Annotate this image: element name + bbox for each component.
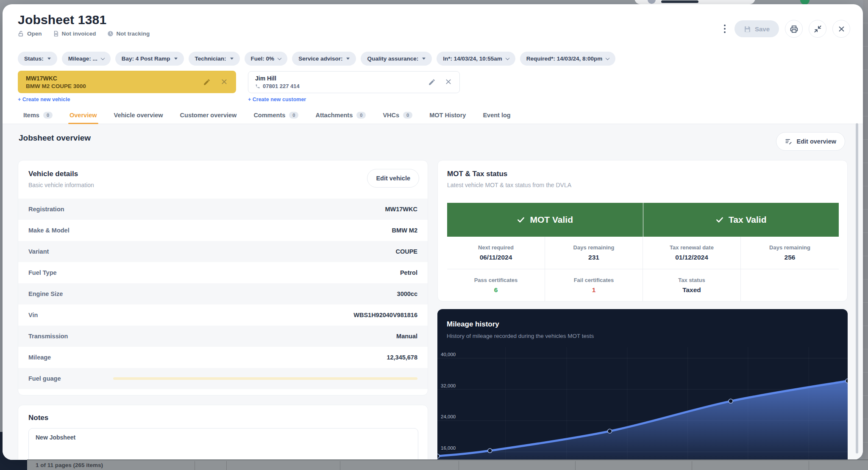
chevron-down-icon	[278, 56, 282, 60]
table-row-variant: VariantCOUPE	[18, 241, 428, 262]
check-icon	[517, 216, 525, 224]
filter-service-advisor[interactable]: Service advisor:	[292, 52, 356, 66]
tab-vehicle-overview[interactable]: Vehicle overview	[114, 106, 163, 124]
chevron-down-icon	[505, 56, 509, 60]
caret-down-icon	[346, 58, 350, 60]
notes-textarea[interactable]	[28, 428, 418, 460]
caret-down-icon	[422, 58, 426, 60]
status-not-invoiced: Not invoiced	[53, 30, 96, 37]
tab-attachments[interactable]: Attachments0	[315, 106, 366, 124]
tab-items[interactable]: Items0	[23, 106, 53, 124]
filter-technician[interactable]: Technician:	[189, 52, 240, 66]
more-options-button[interactable]	[721, 20, 729, 37]
unlock-icon	[18, 30, 24, 37]
page-title: Jobsheet 1381	[18, 13, 106, 27]
close-button[interactable]	[832, 20, 850, 38]
caret-down-icon	[174, 58, 178, 60]
stat-tax-status: Tax statusTaxed	[643, 269, 741, 301]
table-row-engine-size: Engine Size3000cc	[18, 283, 428, 304]
tab-overview[interactable]: Overview	[70, 106, 97, 124]
filter-required-date[interactable]: Required*: 14/03/24, 8:00pm	[520, 52, 615, 66]
floppy-icon	[744, 25, 751, 33]
notes-title: Notes	[28, 414, 48, 422]
mot-valid-banner: MOT Valid	[447, 203, 643, 237]
tax-valid-banner: Tax Valid	[643, 203, 839, 237]
table-row-fuel-type: Fuel TypePetrol	[18, 262, 428, 283]
mileage-history-card: Mileage history History of mileage recor…	[437, 309, 848, 460]
edit-vehicle-button[interactable]: Edit vehicle	[367, 169, 419, 188]
vehicle-details-card: Vehicle details Basic vehicle informatio…	[18, 160, 428, 395]
svg-text:24,000: 24,000	[441, 414, 456, 419]
chevron-down-icon	[100, 56, 105, 60]
stat-empty-cell	[741, 269, 839, 301]
edit-overview-button[interactable]: Edit overview	[776, 132, 845, 151]
pagination-text: 1 of 11 pages (265 items)	[36, 462, 103, 468]
remove-vehicle-icon[interactable]	[221, 78, 228, 85]
tab-event-log[interactable]: Event log	[483, 106, 510, 124]
customer-name: Jim Hill	[255, 75, 428, 82]
mot-tax-title: MOT & Tax status	[447, 170, 571, 178]
filter-mileage[interactable]: Mileage: ...	[62, 52, 111, 66]
tab-comments[interactable]: Comments0	[253, 106, 298, 124]
tab-vhcs[interactable]: VHCs0	[383, 106, 412, 124]
print-button[interactable]	[785, 20, 803, 38]
notes-card: Notes	[18, 405, 428, 460]
stat-mot-days-remaining: Days remaining231	[545, 237, 643, 269]
tab-customer-overview[interactable]: Customer overview	[180, 106, 237, 124]
stat-pass-certificates: Pass certificates6	[447, 269, 545, 301]
remove-customer-icon[interactable]	[445, 78, 452, 85]
caret-down-icon	[230, 58, 234, 60]
section-title: Jobsheet overview	[19, 133, 91, 143]
table-row-fuel-gauge: Fuel guage	[18, 368, 428, 389]
overview-panel: Jobsheet overview Edit overview Vehicle …	[3, 124, 863, 460]
filter-status[interactable]: Status:	[18, 52, 57, 66]
caret-down-icon	[47, 58, 51, 60]
collapse-icon	[814, 25, 822, 33]
filter-bay[interactable]: Bay: 4 Post Ramp	[115, 52, 184, 66]
table-row-make-model: Make & ModelBMW M2	[18, 220, 428, 241]
filter-in-date[interactable]: In*: 14/03/24, 10:55am	[437, 52, 515, 66]
vehicle-model: BMW M2 COUPE 3000	[26, 83, 203, 89]
table-row-transmission: TransmissionManual	[18, 326, 428, 347]
status-open: Open	[18, 30, 42, 37]
vhcs-count-badge: 0	[403, 112, 412, 119]
svg-text:32,000: 32,000	[441, 383, 456, 388]
customer-card[interactable]: Jim Hill 07801 227 414	[248, 71, 460, 93]
background-table-strip	[863, 0, 868, 470]
comments-count-badge: 0	[289, 112, 298, 119]
tab-mot-history[interactable]: MOT History	[429, 106, 466, 124]
items-count-badge: 0	[43, 112, 53, 119]
table-row-registration: RegistrationMW17WKC	[18, 199, 428, 220]
create-new-customer-link[interactable]: + Create new customer	[248, 97, 306, 102]
header-actions: Save	[721, 20, 850, 38]
filter-quality-assurance[interactable]: Quality assurance:	[361, 52, 432, 66]
create-new-vehicle-link[interactable]: + Create new vehicle	[18, 97, 70, 102]
vehicle-card[interactable]: MW17WKC BMW M2 COUPE 3000	[18, 71, 236, 93]
collapse-button[interactable]	[809, 20, 826, 38]
filter-pill-row: Status: Mileage: ... Bay: 4 Post Ramp Te…	[18, 52, 615, 66]
status-row: Open Not invoiced Not tracking	[18, 30, 150, 37]
table-row-vin: VinWBS1H92040V981816	[18, 304, 428, 326]
svg-text:40,000: 40,000	[441, 352, 456, 357]
stat-next-required: Next required06/11/2024	[447, 237, 545, 269]
vertical-scrollbar[interactable]	[856, 123, 858, 453]
customer-phone: 07801 227 414	[263, 83, 300, 89]
close-icon	[838, 25, 845, 33]
stat-tax-days-remaining: Days remaining256	[741, 237, 839, 269]
fuel-gauge-track	[113, 377, 417, 380]
status-not-tracking: Not tracking	[107, 30, 150, 37]
save-button[interactable]: Save	[734, 20, 779, 37]
check-icon	[715, 216, 724, 224]
clock-icon	[107, 30, 114, 37]
edit-customer-icon[interactable]	[428, 78, 436, 86]
vehicle-registration: MW17WKC	[26, 75, 203, 82]
tab-bar: Items0 Overview Vehicle overview Custome…	[3, 106, 863, 124]
filter-fuel[interactable]: Fuel: 0%	[245, 52, 288, 66]
background-pagination-bar: 1 of 11 pages (265 items)	[27, 459, 868, 470]
mileage-history-subtitle: History of mileage recorded during the v…	[447, 333, 594, 339]
vehicle-details-table: RegistrationMW17WKC Make & ModelBMW M2 V…	[18, 199, 428, 389]
svg-text:16,000: 16,000	[441, 445, 456, 451]
table-row-mileage: Mileage12,345,678	[18, 347, 428, 368]
edit-vehicle-icon[interactable]	[203, 78, 211, 86]
phone-icon	[255, 84, 260, 89]
